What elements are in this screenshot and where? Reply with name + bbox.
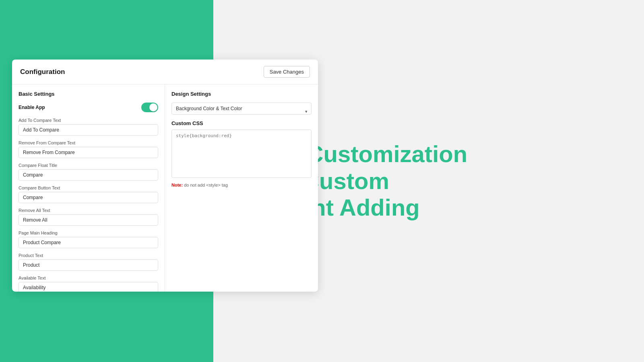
- field-input-5[interactable]: [19, 237, 158, 248]
- field-label-0: Add To Compare Text: [19, 118, 158, 123]
- config-header: Configuration Save Changes: [12, 60, 318, 84]
- enable-app-label: Enable App: [19, 105, 45, 110]
- note-label: Note:: [171, 183, 183, 187]
- field-group-0: Add To Compare Text: [19, 118, 158, 136]
- field-group-6: Product Text: [19, 253, 158, 271]
- enable-app-row: Enable App: [19, 103, 158, 112]
- note-row: Note: do not add <style> tag: [171, 183, 312, 187]
- field-input-4[interactable]: [19, 214, 158, 226]
- field-label-3: Compare Button Text: [19, 185, 158, 190]
- field-input-6[interactable]: [19, 259, 158, 271]
- field-group-3: Compare Button Text: [19, 185, 158, 203]
- config-title: Configuration: [20, 68, 65, 76]
- field-input-2[interactable]: [19, 169, 158, 181]
- left-panel: Configuration Save Changes Basic Setting…: [0, 0, 213, 362]
- field-label-4: Remove All Text: [19, 208, 158, 213]
- config-card: Configuration Save Changes Basic Setting…: [12, 60, 318, 292]
- config-body: Basic Settings Enable App Add To Compare…: [12, 84, 318, 292]
- fields-container: Add To Compare TextRemove From Compare T…: [19, 118, 158, 292]
- field-group-4: Remove All Text: [19, 208, 158, 226]
- design-dropdown-wrapper: Background Color & Text Color Custom CSS: [171, 103, 312, 120]
- css-textarea[interactable]: [171, 130, 312, 178]
- field-group-5: Page Main Heading: [19, 230, 158, 248]
- field-input-7[interactable]: [19, 282, 158, 292]
- field-input-3[interactable]: [19, 192, 158, 203]
- field-label-1: Remove From Compare Text: [19, 140, 158, 145]
- design-dropdown[interactable]: Background Color & Text Color Custom CSS: [171, 103, 312, 115]
- design-settings-panel: Design Settings Background Color & Text …: [165, 84, 318, 292]
- basic-settings-title: Basic Settings: [19, 91, 158, 97]
- design-settings-title: Design Settings: [171, 91, 312, 97]
- custom-css-label: Custom CSS: [171, 120, 312, 126]
- field-label-6: Product Text: [19, 253, 158, 258]
- field-input-1[interactable]: [19, 147, 158, 158]
- field-group-7: Available Text: [19, 276, 158, 292]
- note-content: do not add <style> tag: [184, 183, 228, 187]
- enable-app-toggle[interactable]: [141, 103, 158, 112]
- field-group-2: Compare Float Title: [19, 163, 158, 181]
- basic-settings-panel: Basic Settings Enable App Add To Compare…: [12, 84, 165, 292]
- field-group-1: Remove From Compare Text: [19, 140, 158, 158]
- field-label-5: Page Main Heading: [19, 230, 158, 235]
- field-label-2: Compare Float Title: [19, 163, 158, 168]
- field-label-7: Available Text: [19, 276, 158, 280]
- field-input-0[interactable]: [19, 124, 158, 136]
- save-changes-button[interactable]: Save Changes: [264, 66, 310, 78]
